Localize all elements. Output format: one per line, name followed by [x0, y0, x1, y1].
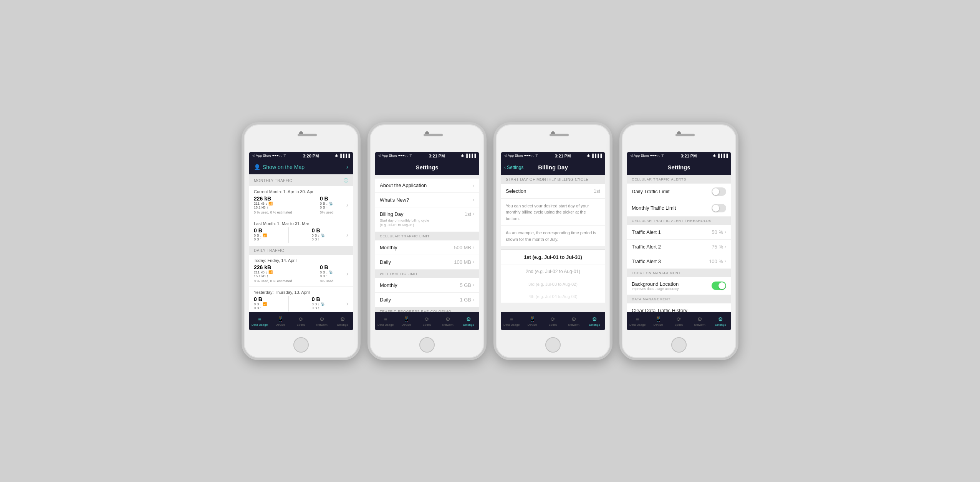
cellular-daily-row[interactable]: Daily 100 MB ›	[375, 255, 479, 270]
wifi-monthly-chevron: ›	[473, 282, 474, 288]
daily-traffic-limit-row[interactable]: Daily Traffic Limit	[627, 184, 731, 200]
back-button-3[interactable]: ‹ Settings	[504, 165, 523, 170]
status-left-2: ◁ App Store ●●●○○ 〒	[378, 153, 413, 158]
tab-settings-2[interactable]: ⚙ Settings	[458, 312, 479, 330]
data-mgmt-header: DATA MANAGEMENT	[627, 295, 731, 303]
cellular-monthly-chevron: ›	[473, 245, 474, 250]
status-right-2: ✱ ▐▐▐▐	[461, 154, 476, 158]
tab-network-3[interactable]: ⚙ Network	[563, 312, 584, 330]
tab-device-1[interactable]: 📱 Device	[270, 312, 291, 330]
whats-new-chevron: ›	[473, 197, 474, 202]
status-left-4: ◁ App Store ●●●○○ 〒	[630, 153, 665, 158]
monthly-limit-toggle[interactable]	[712, 204, 726, 212]
billing-day-chevron: ›	[473, 211, 474, 217]
selection-row[interactable]: Selection 1st	[501, 184, 605, 199]
status-right-3: ✱ ▐▐▐▐	[587, 154, 602, 158]
last-month-row[interactable]: Last Month: 1. Mar to 31. Mar 0 B 0 B ↓ …	[249, 218, 353, 246]
screen-4: ◁ App Store ●●●○○ 〒 3:21 PM ✱ ▐▐▐▐ Setti…	[627, 152, 731, 330]
last-month-data: 0 B 0 B ↓ 📶 0 B ↑ 0 B 0 B ↓ 📡 0 B ↑	[254, 227, 348, 243]
status-time-4: 3:21 PM	[681, 154, 697, 158]
tab-settings-4[interactable]: ⚙ Settings	[710, 312, 731, 330]
traffic-alert1-row[interactable]: Traffic Alert 1 50 % ›	[627, 225, 731, 240]
home-button-4[interactable]	[671, 337, 687, 353]
tab-network-2[interactable]: ⚙ Network	[437, 312, 458, 330]
device-icon-4: 📱	[655, 316, 662, 322]
app-store-signal: ◁ App Store ●●●○○ 〒	[252, 153, 287, 158]
tab-speed-1[interactable]: ⟳ Speed	[291, 312, 311, 330]
current-month-label: Current Month: 1. Apr to 30. Apr	[254, 189, 348, 194]
tab-device-2[interactable]: 📱 Device	[396, 312, 417, 330]
picker-option-selected: 1st (e.g. Jul-01 to Jul-31)	[501, 250, 605, 265]
speed-icon: ⟳	[299, 316, 303, 322]
current-month-row[interactable]: Current Month: 1. Apr to 30. Apr 226 kB …	[249, 186, 353, 218]
phone-shell-4: ◁ App Store ●●●○○ 〒 3:21 PM ✱ ▐▐▐▐ Setti…	[619, 122, 738, 360]
about-app-row[interactable]: About the Application ›	[375, 178, 479, 193]
cellular-monthly-row[interactable]: Monthly 500 MB ›	[375, 240, 479, 255]
tab-network-1[interactable]: ⚙ Network	[311, 312, 332, 330]
yesterday-cell-col: 0 B 0 B ↓ 📡 0 B ↑	[312, 296, 325, 310]
device-icon-3: 📱	[529, 316, 536, 322]
content-2[interactable]: About the Application › What's New? › Bi…	[375, 175, 479, 312]
yesterday-row[interactable]: Yesterday: Thursday, 13. April 0 B 0 B ↓…	[249, 287, 353, 312]
tab-data-usage-4[interactable]: ≡ Data Usage	[627, 312, 648, 330]
screen-2: ◁ App Store ●●●○○ 〒 3:21 PM ✱ ▐▐▐▐ Setti…	[375, 152, 479, 330]
settings-title-4: Settings	[667, 164, 690, 171]
toggle-knob-monthly	[712, 205, 719, 212]
content-4[interactable]: CELLULAR TRAFFIC ALERTS Daily Traffic Li…	[627, 175, 731, 312]
home-button-3[interactable]	[545, 337, 561, 353]
wifi-monthly-row[interactable]: Monthly 5 GB ›	[375, 278, 479, 293]
tab-bar-2: ≡ Data Usage 📱 Device ⟳ Speed ⚙ Network	[375, 312, 479, 330]
bg-location-sub: Improves data usage accuracy	[632, 287, 679, 291]
screen-3: ◁ App Store ●●●○○ 〒 3:21 PM ✱ ▐▐▐▐ ‹ Set…	[501, 152, 605, 330]
traffic-alert2-row[interactable]: Traffic Alert 2 75 % ›	[627, 240, 731, 254]
picker-wheel[interactable]: 1st (e.g. Jul-01 to Jul-31) 2nd (e.g. Ju…	[501, 249, 605, 303]
speaker-4	[675, 134, 695, 136]
tab-data-usage-3[interactable]: ≡ Data Usage	[501, 312, 522, 330]
tab-settings-1[interactable]: ⚙ Settings	[332, 312, 353, 330]
bg-location-row[interactable]: Background Location Improves data usage …	[627, 277, 731, 295]
map-header[interactable]: 👤 Show on the Map ›	[249, 160, 353, 174]
network-icon: ⚙	[319, 316, 324, 322]
billing-day-row[interactable]: Billing Day 1st › Start day of monthly b…	[375, 207, 479, 232]
clear-history-row[interactable]: Clear Data Traffic History	[627, 303, 731, 312]
status-bar-1: ◁ App Store ●●●○○ 〒 3:20 PM ✱ ▐▐▐▐	[249, 152, 353, 160]
billing-info-2: As an example, the corresponding time pe…	[501, 225, 605, 246]
info-icon[interactable]: ⓘ	[344, 177, 349, 184]
billing-day-title: Billing Day	[538, 164, 568, 171]
device-icon: 📱	[277, 316, 284, 322]
nav-bar-3: ‹ Settings Billing Day	[501, 160, 605, 175]
back-chevron-icon: ‹	[504, 165, 506, 170]
phone-3: ◁ App Store ●●●○○ 〒 3:21 PM ✱ ▐▐▐▐ ‹ Set…	[493, 122, 612, 360]
tab-settings-3[interactable]: ⚙ Settings	[584, 312, 605, 330]
settings-icon: ⚙	[340, 316, 345, 322]
tab-device-4[interactable]: 📱 Device	[648, 312, 669, 330]
tab-bar-4: ≡ Data Usage 📱 Device ⟳ Speed ⚙ Network	[627, 312, 731, 330]
tab-data-usage-2[interactable]: ≡ Data Usage	[375, 312, 396, 330]
daily-limit-toggle[interactable]	[712, 187, 726, 196]
bg-location-toggle[interactable]	[712, 282, 726, 290]
today-row[interactable]: Today: Friday, 14. April 226 kB 211 kB ↓…	[249, 255, 353, 287]
monthly-traffic-limit-row[interactable]: Monthly Traffic Limit	[627, 200, 731, 217]
row-chevron-4: ›	[346, 300, 348, 307]
tab-network-4[interactable]: ⚙ Network	[689, 312, 710, 330]
content-3[interactable]: START DAY OF MONTHLY BILLING CYCLE Selec…	[501, 175, 605, 312]
home-button-2[interactable]	[419, 337, 435, 353]
location-mgmt-header: LOCATION MANAGEMENT	[627, 269, 731, 277]
device-icon-2: 📱	[403, 316, 410, 322]
nav-bar-2: Settings	[375, 160, 479, 175]
traffic-alert3-row[interactable]: Traffic Alert 3 100 % ›	[627, 254, 731, 269]
whats-new-row[interactable]: What's New? ›	[375, 193, 479, 207]
status-bar-3: ◁ App Store ●●●○○ 〒 3:21 PM ✱ ▐▐▐▐	[501, 152, 605, 160]
tab-speed-3[interactable]: ⟳ Speed	[543, 312, 563, 330]
tab-data-usage-1[interactable]: ≡ Data Usage	[249, 312, 270, 330]
about-chevron: ›	[473, 183, 474, 188]
content-1[interactable]: MONTHLY TRAFFIC ⓘ Current Month: 1. Apr …	[249, 175, 353, 312]
tab-device-3[interactable]: 📱 Device	[522, 312, 543, 330]
alert1-chevron: ›	[725, 229, 726, 235]
tab-speed-2[interactable]: ⟳ Speed	[417, 312, 437, 330]
tab-speed-4[interactable]: ⟳ Speed	[669, 312, 689, 330]
toggle-knob-daily	[712, 188, 719, 195]
home-button-1[interactable]	[293, 337, 309, 353]
current-wifi-col: 226 kB 211 kB ↓ 📶 15.1 kB ↑ 0 % used, 0 …	[254, 195, 292, 214]
wifi-daily-row[interactable]: Daily 1 GB ›	[375, 293, 479, 307]
